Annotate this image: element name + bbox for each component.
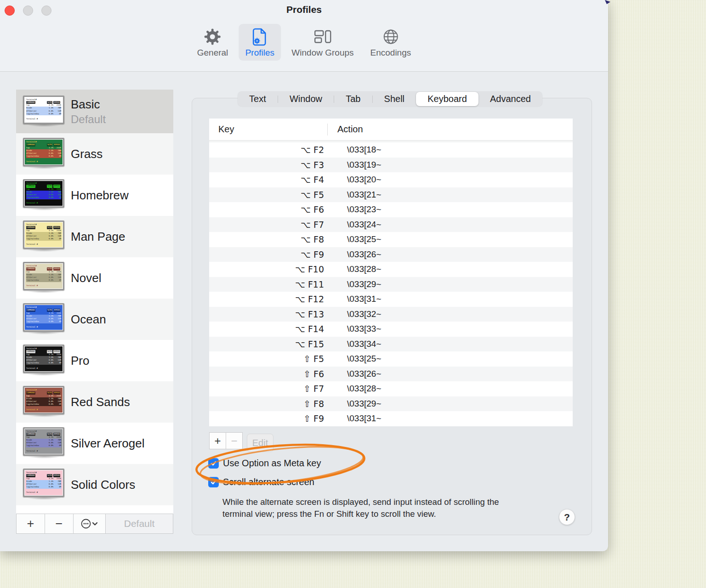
table-row-opt-f4[interactable]: ⌥ F4 \033[20~: [209, 172, 573, 187]
action-cell: \033[19~: [324, 160, 381, 170]
table-row-opt-f5[interactable]: ⌥ F5 \033[21~: [209, 187, 573, 203]
table-row-opt-f6[interactable]: ⌥ F6 \033[23~: [209, 202, 573, 217]
toolbar-item-encodings[interactable]: Encodings: [364, 24, 417, 61]
toolbar-item-profiles[interactable]: Profiles: [239, 24, 281, 61]
profile-name: Red Sands: [71, 395, 130, 409]
checkmark-icon: [210, 460, 217, 467]
action-cell: \033[26~: [324, 249, 381, 260]
checkbox-row: Scroll alternate screen: [208, 477, 321, 487]
add-profile-button[interactable]: +: [17, 514, 45, 533]
edit-shortcut-button[interactable]: Edit: [247, 434, 273, 452]
profile-thumbnail: Terminal#COMMAND%CPURPRVDtop4.1%231KXcod…: [23, 138, 64, 166]
action-cell: \033[26~: [324, 369, 381, 379]
column-header-action[interactable]: Action: [328, 124, 363, 135]
checkbox-scroll-alternate-screen[interactable]: [208, 477, 219, 487]
profile-row-homebrew[interactable]: Terminal#COMMAND%CPURPRVDtop4.1%231KXcod…: [16, 175, 173, 216]
table-row-opt-f9[interactable]: ⌥ F9 \033[26~: [209, 247, 573, 262]
table-header: Key Action: [209, 119, 573, 141]
thumbnail-shadow: [23, 124, 65, 128]
action-cell: \033[28~: [324, 264, 381, 274]
key-cell: ⌥ F9: [209, 249, 324, 260]
key-cell: ⌥ F6: [209, 204, 324, 215]
help-button[interactable]: ?: [559, 509, 575, 525]
table-row-opt-f3[interactable]: ⌥ F3 \033[19~: [209, 158, 573, 173]
key-cell: ⇧ F6: [209, 369, 324, 379]
table-row-opt-f12[interactable]: ⌥ F12 \033[31~: [209, 292, 573, 307]
action-cell: \033[31~: [324, 413, 381, 424]
profile-actions-menu-button[interactable]: [74, 514, 106, 533]
profile-list: Terminal#COMMAND%CPURPRVDtop4.1%231KXcod…: [16, 90, 173, 514]
table-row-opt-f2[interactable]: ⌥ F2 \033[18~: [209, 142, 573, 158]
table-row-shift-f8[interactable]: ⇧ F8 \033[29~: [209, 396, 573, 412]
profile-row-ocean[interactable]: Terminal#COMMAND%CPURPRVDtop4.1%231KXcod…: [16, 299, 173, 340]
toolbar-item-label: Profiles: [245, 48, 274, 58]
key-cell: ⇧ F7: [209, 384, 324, 394]
action-cell: \033[32~: [324, 309, 381, 319]
column-header-key[interactable]: Key: [209, 124, 327, 135]
table-row-opt-f8[interactable]: ⌥ F8 \033[25~: [209, 232, 573, 247]
profile-row-pro[interactable]: Terminal#COMMAND%CPURPRVDtop4.1%231KXcod…: [16, 340, 173, 381]
key-cell: ⌥ F5: [209, 190, 324, 200]
profile-thumbnail: Terminal#COMMAND%CPURPRVDtop4.1%231KXcod…: [23, 179, 64, 208]
table-row-opt-f14[interactable]: ⌥ F14 \033[33~: [209, 322, 573, 337]
profile-name: Ocean: [71, 312, 106, 327]
key-cell: ⌥ F15: [209, 339, 324, 349]
remove-profile-button[interactable]: −: [45, 514, 74, 533]
table-row-shift-f7[interactable]: ⇧ F7 \033[28~: [209, 381, 573, 396]
toolbar-item-general[interactable]: General: [191, 24, 234, 61]
thumbnail-shadow: [23, 167, 65, 170]
key-cell: ⇧ F5: [209, 354, 324, 364]
profile-thumbnail: Terminal#COMMAND%CPURPRVDtop4.1%231KXcod…: [23, 96, 64, 124]
table-row-shift-f6[interactable]: ⇧ F6 \033[26~: [209, 367, 573, 382]
key-cell: ⌥ F13: [209, 309, 324, 319]
profile-name: Homebrew: [71, 188, 129, 203]
thumbnail-shadow: [23, 249, 65, 253]
profile-row-solid-colors[interactable]: Terminal#COMMAND%CPURPRVDtop4.1%231KXcod…: [16, 464, 173, 505]
circle-ellipsis-icon: [80, 518, 99, 529]
tab-window[interactable]: Window: [278, 91, 334, 107]
profile-document-icon: [251, 27, 268, 46]
checkbox-label: Scroll alternate screen: [223, 477, 314, 487]
profile-row-basic[interactable]: Terminal#COMMAND%CPURPRVDtop4.1%231KXcod…: [16, 90, 173, 133]
profile-name: Solid Colors: [71, 478, 135, 492]
table-row-opt-f10[interactable]: ⌥ F10 \033[28~: [209, 262, 573, 277]
tab-tab[interactable]: Tab: [334, 91, 372, 107]
table-row-shift-f9[interactable]: ⇧ F9 \033[31~: [209, 411, 573, 426]
table-row-opt-f13[interactable]: ⌥ F13 \033[32~: [209, 307, 573, 322]
profile-name: Grass: [71, 147, 102, 161]
key-cell: ⌥ F2: [209, 145, 324, 155]
globe-icon: [381, 27, 400, 46]
tab-keyboard[interactable]: Keyboard: [416, 92, 478, 106]
keyboard-checkboxes: Use Option as Meta key Scroll alternate …: [208, 458, 321, 487]
toolbar-item-window-groups[interactable]: Window Groups: [285, 24, 359, 61]
table-row-opt-f7[interactable]: ⌥ F7 \033[24~: [209, 217, 573, 232]
table-row-opt-f15[interactable]: ⌥ F15 \033[34~: [209, 337, 573, 352]
profile-thumbnail: Terminal#COMMAND%CPURPRVDtop4.1%231KXcod…: [23, 427, 64, 456]
key-cell: ⇧ F9: [209, 413, 324, 424]
table-body: ⌥ F2 \033[18~ ⌥ F3 \033[19~ ⌥ F4 \033[20…: [209, 142, 573, 426]
profile-row-red-sands[interactable]: Terminal#COMMAND%CPURPRVDtop4.1%231KXcod…: [16, 381, 173, 423]
profile-tabs: TextWindowTabShellKeyboardAdvanced: [238, 91, 542, 107]
profile-thumbnail: Terminal#COMMAND%CPURPRVDtop4.1%231KXcod…: [23, 262, 64, 290]
tab-advanced[interactable]: Advanced: [478, 91, 542, 107]
action-cell: \033[31~: [324, 294, 381, 304]
remove-shortcut-button[interactable]: −: [226, 432, 243, 449]
thumbnail-shadow: [23, 373, 65, 377]
profile-row-man-page[interactable]: Terminal#COMMAND%CPURPRVDtop4.1%231KXcod…: [16, 216, 173, 257]
add-shortcut-button[interactable]: +: [209, 432, 226, 449]
checkbox-label: Use Option as Meta key: [223, 458, 321, 469]
table-row-shift-f5[interactable]: ⇧ F5 \033[25~: [209, 351, 573, 367]
thumbnail-shadow: [23, 415, 65, 418]
key-cell: ⌥ F3: [209, 160, 324, 170]
table-row-opt-f11[interactable]: ⌥ F11 \033[29~: [209, 277, 573, 292]
action-cell: \033[25~: [324, 354, 381, 364]
tab-shell[interactable]: Shell: [373, 91, 416, 107]
tab-text[interactable]: Text: [238, 91, 278, 107]
profile-row-grass[interactable]: Terminal#COMMAND%CPURPRVDtop4.1%231KXcod…: [16, 133, 173, 175]
set-default-button[interactable]: Default: [106, 514, 173, 533]
checkbox-use-option-as-meta-key[interactable]: [208, 458, 219, 469]
key-cell: ⌥ F14: [209, 324, 324, 334]
profile-row-novel[interactable]: Terminal#COMMAND%CPURPRVDtop4.1%231KXcod…: [16, 257, 173, 299]
terminal-preferences-window: Profiles General Profiles: [0, 0, 608, 551]
profile-row-silver-aerogel[interactable]: Terminal#COMMAND%CPURPRVDtop4.1%231KXcod…: [16, 423, 173, 464]
